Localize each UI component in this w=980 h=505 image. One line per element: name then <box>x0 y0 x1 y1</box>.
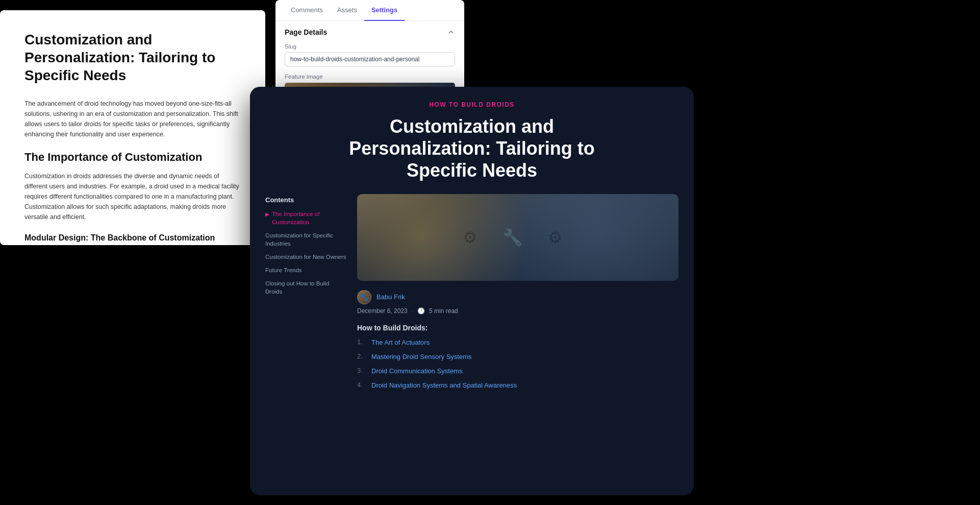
preview-title: Customization and Personalization: Tailo… <box>329 115 615 182</box>
meta-row: December 6, 2023 · 🕐 5 min read <box>357 307 679 315</box>
hero-image-inner <box>357 194 679 281</box>
author-row: 🐾 Babu Frik <box>357 290 679 304</box>
contents-arrow-icon: ▶ <box>265 211 269 218</box>
series-link-0[interactable]: The Art of Actuators <box>371 338 430 347</box>
slug-input[interactable] <box>285 52 455 66</box>
contents-item-label-2: Customization for New Owners <box>265 253 346 261</box>
contents-item-1[interactable]: Customization for Specific Industries <box>265 231 347 248</box>
series-item-0: 1. The Art of Actuators <box>357 338 679 347</box>
hero-image <box>357 194 679 281</box>
contents-item-0[interactable]: ▶ The Importance of Customization <box>265 210 347 226</box>
preview-card: HOW TO BUILD DROIDS Customization and Pe… <box>250 87 694 495</box>
page-details-header: Page Details <box>285 28 455 36</box>
clock-icon: 🕐 <box>417 307 425 315</box>
series-item-3: 4. Droid Navigation Systems and Spatial … <box>357 381 679 390</box>
series-link-1[interactable]: Mastering Droid Sensory Systems <box>371 352 472 362</box>
author-name: Babu Frik <box>376 293 405 301</box>
preview-main: Contents ▶ The Importance of Customizati… <box>250 194 694 495</box>
preview-hero: HOW TO BUILD DROIDS Customization and Pe… <box>250 87 694 194</box>
preview-series-label: HOW TO BUILD DROIDS <box>270 101 673 108</box>
series-link-2[interactable]: Droid Communication Systems <box>371 367 462 376</box>
editor-intro: The advancement of droid technology has … <box>24 99 241 139</box>
contents-item-label-3: Future Trends <box>265 266 302 274</box>
meta-dot: · <box>412 307 413 315</box>
settings-tabs: Comments Assets Settings <box>275 0 464 21</box>
contents-item-label-4: Closing out How to Build Droids <box>265 279 347 296</box>
series-link-3[interactable]: Droid Navigation Systems and Spatial Awa… <box>371 381 517 390</box>
series-num-1: 2. <box>357 352 366 360</box>
series-num-0: 1. <box>357 338 366 346</box>
contents-sidebar: Contents ▶ The Importance of Customizati… <box>265 194 347 485</box>
series-num-3: 4. <box>357 381 366 389</box>
editor-panel: Customization and Personalization: Tailo… <box>0 10 265 245</box>
chevron-up-icon[interactable] <box>447 28 455 36</box>
contents-item-4[interactable]: Closing out How to Build Droids <box>265 279 347 296</box>
contents-title: Contents <box>265 196 347 204</box>
editor-title: Customization and Personalization: Tailo… <box>24 31 241 84</box>
slug-label: Slug <box>285 43 455 50</box>
contents-item-label-0: The Importance of Customization <box>272 210 347 226</box>
read-time: 5 min read <box>429 307 458 315</box>
feature-image-label: Feature Image <box>285 74 455 80</box>
preview-content: 🐾 Babu Frik December 6, 2023 · 🕐 5 min r… <box>357 194 679 485</box>
contents-item-label-1: Customization for Specific Industries <box>265 231 347 248</box>
series-item-1: 2. Mastering Droid Sensory Systems <box>357 352 679 362</box>
avatar: 🐾 <box>357 290 371 304</box>
series-item-2: 3. Droid Communication Systems <box>357 367 679 376</box>
tab-comments[interactable]: Comments <box>284 0 330 21</box>
tab-assets[interactable]: Assets <box>330 0 364 21</box>
contents-item-2[interactable]: Customization for New Owners <box>265 253 347 261</box>
series-heading: How to Build Droids: <box>357 324 679 332</box>
page-details-title: Page Details <box>285 28 327 36</box>
publish-date: December 6, 2023 <box>357 307 408 315</box>
series-num-2: 3. <box>357 367 366 374</box>
tab-settings[interactable]: Settings <box>364 0 405 21</box>
editor-section2-heading: Modular Design: The Backbone of Customiz… <box>24 233 241 243</box>
editor-section1-body: Customization in droids addresses the di… <box>24 171 241 222</box>
contents-item-3[interactable]: Future Trends <box>265 266 347 274</box>
editor-section1-heading: The Importance of Customization <box>24 151 241 164</box>
